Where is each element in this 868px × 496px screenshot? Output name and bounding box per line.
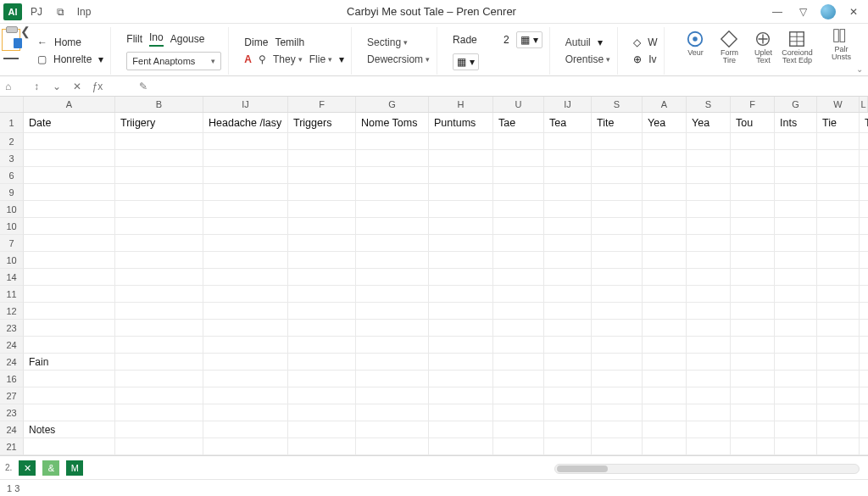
cell[interactable] bbox=[643, 252, 687, 269]
row-head[interactable]: 10 bbox=[0, 201, 24, 218]
cell[interactable] bbox=[115, 252, 203, 269]
cell[interactable]: Ints bbox=[775, 113, 817, 133]
row-head[interactable]: 10 bbox=[0, 218, 24, 235]
cell[interactable] bbox=[860, 235, 868, 252]
cell[interactable] bbox=[775, 252, 817, 269]
arrows-icon[interactable]: ↕ bbox=[31, 81, 42, 92]
cell[interactable] bbox=[731, 218, 775, 235]
cell[interactable] bbox=[775, 354, 817, 371]
cell[interactable] bbox=[429, 150, 493, 167]
cell[interactable] bbox=[429, 235, 493, 252]
cell[interactable] bbox=[544, 252, 592, 269]
cell[interactable] bbox=[775, 286, 817, 303]
cell[interactable]: Triggers bbox=[288, 113, 356, 133]
cell[interactable] bbox=[592, 387, 643, 404]
cell[interactable] bbox=[687, 354, 731, 371]
cell[interactable] bbox=[115, 286, 203, 303]
cell[interactable] bbox=[860, 387, 868, 404]
cell[interactable]: Tat bbox=[860, 113, 868, 133]
cell[interactable] bbox=[115, 387, 203, 404]
cell[interactable] bbox=[493, 320, 544, 337]
qat-btn-2[interactable]: ⧉ bbox=[51, 3, 70, 21]
select-all-corner[interactable] bbox=[0, 97, 24, 112]
chevron-down-icon[interactable] bbox=[339, 53, 344, 65]
cell[interactable] bbox=[115, 133, 203, 150]
cell[interactable] bbox=[687, 438, 731, 455]
row-head[interactable]: 10 bbox=[0, 252, 24, 269]
rade-box-icon[interactable]: ▦ bbox=[516, 31, 542, 48]
cell[interactable] bbox=[860, 303, 868, 320]
cell[interactable] bbox=[24, 218, 115, 235]
cell[interactable] bbox=[731, 184, 775, 201]
cell[interactable] bbox=[544, 438, 592, 455]
cell[interactable] bbox=[817, 354, 860, 371]
cell[interactable] bbox=[356, 235, 429, 252]
qat-btn-1[interactable]: PJ bbox=[27, 3, 46, 21]
cell[interactable]: Yea bbox=[687, 113, 731, 133]
cell[interactable] bbox=[203, 371, 288, 387]
cell[interactable] bbox=[643, 269, 687, 286]
cell[interactable] bbox=[592, 438, 643, 455]
cell[interactable] bbox=[429, 371, 493, 387]
cell[interactable] bbox=[775, 421, 817, 438]
sheet-tab-2[interactable]: & bbox=[42, 460, 59, 476]
cell[interactable] bbox=[429, 320, 493, 337]
cell[interactable] bbox=[592, 320, 643, 337]
cell[interactable] bbox=[288, 387, 356, 404]
cell[interactable] bbox=[544, 133, 592, 150]
cell[interactable] bbox=[429, 438, 493, 455]
cell[interactable] bbox=[288, 371, 356, 387]
cell[interactable] bbox=[493, 438, 544, 455]
cell[interactable] bbox=[288, 337, 356, 354]
cell[interactable] bbox=[24, 438, 115, 455]
cell[interactable] bbox=[817, 150, 860, 167]
cell[interactable] bbox=[775, 303, 817, 320]
cell[interactable] bbox=[544, 387, 592, 404]
cell[interactable] bbox=[643, 184, 687, 201]
cell[interactable]: Fain bbox=[24, 354, 115, 371]
btn-veur[interactable]: Veur bbox=[680, 31, 710, 64]
cell[interactable] bbox=[115, 303, 203, 320]
cell[interactable] bbox=[24, 201, 115, 218]
btn-form-tire[interactable]: Form Tire bbox=[714, 31, 744, 64]
fx-icon[interactable]: ƒx bbox=[92, 81, 103, 92]
cell[interactable] bbox=[288, 218, 356, 235]
cell[interactable] bbox=[592, 252, 643, 269]
cell[interactable] bbox=[288, 269, 356, 286]
btn-they[interactable]: They bbox=[273, 53, 303, 65]
globe-icon[interactable]: ⊕ bbox=[633, 53, 642, 65]
col-head[interactable]: U bbox=[493, 97, 544, 112]
cell[interactable] bbox=[356, 150, 429, 167]
cell[interactable] bbox=[544, 286, 592, 303]
cell[interactable] bbox=[592, 184, 643, 201]
cell[interactable] bbox=[203, 201, 288, 218]
funnel-icon[interactable]: ▽ bbox=[795, 4, 810, 20]
cell[interactable] bbox=[429, 337, 493, 354]
cell[interactable] bbox=[544, 337, 592, 354]
cell[interactable] bbox=[860, 201, 868, 218]
cell[interactable] bbox=[429, 167, 493, 184]
collapse-ribbon-icon[interactable]: ⌄ bbox=[856, 64, 863, 74]
cell[interactable] bbox=[356, 320, 429, 337]
btn-palr-unsts[interactable]: Palr Unsts bbox=[826, 27, 856, 61]
cell[interactable] bbox=[288, 320, 356, 337]
cell[interactable] bbox=[643, 303, 687, 320]
cell[interactable] bbox=[731, 252, 775, 269]
cell[interactable] bbox=[687, 320, 731, 337]
cell[interactable] bbox=[592, 354, 643, 371]
cell[interactable] bbox=[817, 184, 860, 201]
close-icon[interactable]: ✕ bbox=[846, 4, 861, 20]
cell[interactable] bbox=[203, 354, 288, 371]
cell[interactable] bbox=[24, 133, 115, 150]
cell[interactable] bbox=[817, 167, 860, 184]
cell[interactable] bbox=[775, 320, 817, 337]
cell[interactable] bbox=[731, 354, 775, 371]
gem-icon[interactable]: ◇ bbox=[633, 36, 641, 48]
btn-autuil[interactable]: Autuil bbox=[565, 36, 591, 48]
cell[interactable] bbox=[203, 269, 288, 286]
avatar[interactable] bbox=[821, 4, 836, 20]
cell[interactable] bbox=[356, 387, 429, 404]
cell[interactable]: Tae bbox=[493, 113, 544, 133]
tab-agouse[interactable]: Agouse bbox=[170, 33, 205, 45]
cell[interactable] bbox=[493, 184, 544, 201]
